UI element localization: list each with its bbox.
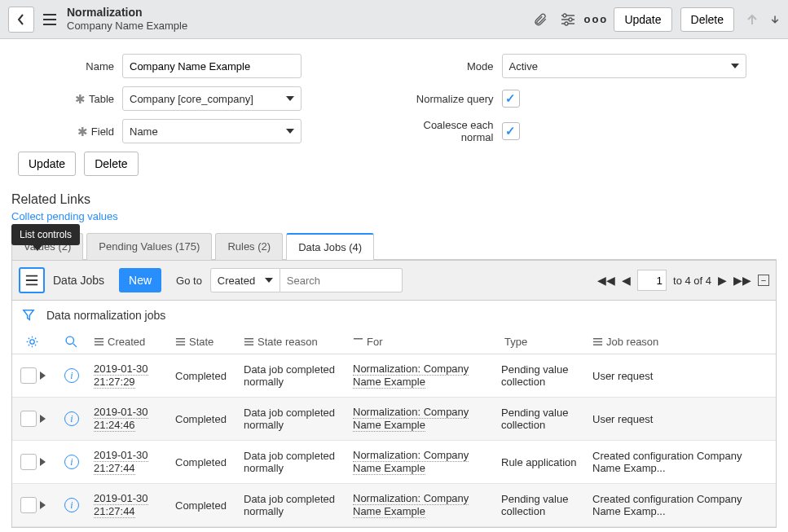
column-menu-icon[interactable] [592, 336, 603, 347]
gear-icon [25, 335, 39, 349]
arrow-down-icon [770, 13, 780, 26]
nav-up-button[interactable] [742, 10, 762, 29]
coalesce-checkbox[interactable]: ✓ [502, 122, 520, 140]
table-select[interactable]: Company [core_company] [122, 86, 302, 111]
normalize-label: Normalize query [394, 93, 502, 105]
header-update-button[interactable]: Update [614, 7, 671, 32]
mode-select[interactable]: Active [502, 54, 746, 78]
ellipsis-icon: ooo [583, 13, 608, 25]
column-for[interactable]: For [367, 336, 383, 348]
cell-type: Pending value collection [501, 407, 592, 431]
column-created[interactable]: Created [108, 336, 145, 348]
cell-job-reason: Created configuration Company Name Examp… [592, 450, 755, 474]
name-label: Name [15, 60, 122, 73]
cell-state: Completed [175, 413, 244, 425]
svg-point-4 [66, 336, 73, 344]
collapse-button[interactable]: − [758, 275, 769, 286]
context-menu-button[interactable] [41, 12, 59, 27]
list-panel: Data Jobs New Go to Created ◀◀ ◀ to 4 of… [11, 260, 777, 528]
info-button[interactable]: i [64, 455, 79, 469]
attachment-button[interactable] [530, 10, 550, 29]
table-row: i 2019-01-3021:27:44 Completed Data job … [12, 441, 776, 484]
caret-down-icon [265, 278, 273, 283]
list-controls-tooltip: List controls [11, 224, 80, 245]
row-checkbox[interactable] [20, 454, 37, 470]
search-column-button[interactable] [48, 335, 94, 349]
new-button[interactable]: New [119, 268, 161, 292]
row-checkbox[interactable] [20, 411, 37, 427]
field-value: Name [130, 125, 158, 138]
settings-slider-button[interactable] [558, 10, 578, 29]
form-delete-button[interactable]: Delete [84, 152, 138, 176]
info-button[interactable]: i [64, 368, 79, 383]
list-description: Data normalization jobs [46, 309, 165, 322]
field-select[interactable]: Name [122, 119, 302, 143]
column-state-reason[interactable]: State reason [258, 336, 318, 348]
cell-state-reason: Data job completed normally [244, 450, 353, 474]
svg-point-0 [563, 14, 566, 17]
cell-job-reason: Created configuration Company Name Examp… [592, 493, 755, 517]
column-job-reason[interactable]: Job reason [606, 336, 658, 348]
tab-pending-values[interactable]: Pending Values (175) [86, 233, 212, 260]
list-title: Data Jobs [53, 274, 104, 287]
info-button[interactable]: i [64, 498, 79, 512]
funnel-icon [22, 309, 35, 322]
cell-for[interactable]: Normalization: CompanyName Example [353, 449, 501, 475]
info-button[interactable]: i [64, 411, 79, 426]
filter-ny[interactable] [22, 309, 35, 322]
more-actions-button[interactable]: ooo [586, 10, 605, 29]
cell-created[interactable]: 2019-01-3021:27:29 [94, 363, 175, 389]
form-update-button[interactable]: Update [18, 152, 76, 176]
column-menu-icon[interactable] [244, 336, 254, 347]
name-input[interactable] [122, 54, 302, 78]
list-controls-button[interactable] [19, 267, 45, 293]
chevron-left-icon [16, 14, 26, 25]
cell-state-reason: Data job completed normally [244, 363, 353, 388]
row-expand-button[interactable] [40, 501, 46, 509]
cell-for[interactable]: Normalization: CompanyName Example [353, 492, 501, 518]
cell-for[interactable]: Normalization: CompanyName Example [353, 363, 501, 389]
pager-first-button[interactable]: ◀◀ [597, 274, 615, 287]
page-number-input[interactable] [637, 270, 667, 291]
cell-created[interactable]: 2019-01-3021:27:44 [94, 492, 175, 518]
collect-pending-link[interactable]: Collect pending values [11, 210, 118, 222]
row-expand-button[interactable] [40, 415, 46, 423]
tab-data-jobs[interactable]: Data Jobs (4) [286, 233, 374, 260]
column-type[interactable]: Type [504, 336, 527, 348]
row-checkbox[interactable] [20, 497, 37, 513]
header-delete-button[interactable]: Delete [680, 7, 734, 32]
svg-point-3 [29, 340, 33, 344]
column-state[interactable]: State [189, 336, 214, 348]
cell-created[interactable]: 2019-01-3021:27:44 [94, 449, 175, 475]
check-icon: ✓ [505, 124, 516, 138]
column-menu-icon[interactable] [94, 336, 104, 347]
tab-rules[interactable]: Rules (2) [215, 233, 283, 260]
search-icon [64, 335, 78, 349]
arrow-up-icon [746, 13, 759, 26]
cell-job-reason: User request [592, 370, 755, 382]
goto-value: Created [218, 275, 255, 287]
column-menu-icon[interactable] [353, 336, 363, 347]
back-button[interactable] [8, 7, 34, 33]
normalize-checkbox[interactable]: ✓ [502, 90, 520, 108]
table-row: i 2019-01-3021:27:44 Completed Data job … [12, 484, 776, 527]
svg-point-2 [565, 22, 568, 25]
pager-last-button[interactable]: ▶▶ [733, 274, 751, 287]
list-search-input[interactable] [280, 268, 403, 292]
nav-down-button[interactable] [770, 10, 780, 29]
cell-created[interactable]: 2019-01-3021:24:46 [94, 406, 175, 432]
cell-type: Rule application [501, 456, 592, 468]
cell-state: Completed [175, 499, 244, 512]
related-links-heading: Related Links [11, 192, 777, 207]
column-menu-icon[interactable] [175, 336, 186, 347]
goto-select[interactable]: Created [210, 268, 280, 292]
pager-next-button[interactable]: ▶ [718, 274, 727, 287]
pager-prev-button[interactable]: ◀ [622, 274, 631, 287]
row-expand-button[interactable] [40, 458, 46, 466]
personalize-button[interactable] [15, 335, 48, 349]
cell-for[interactable]: Normalization: CompanyName Example [353, 406, 501, 432]
required-icon: ✱ [77, 125, 88, 138]
related-links: Related Links Collect pending values [0, 184, 788, 232]
row-checkbox[interactable] [20, 367, 37, 384]
row-expand-button[interactable] [40, 372, 46, 380]
